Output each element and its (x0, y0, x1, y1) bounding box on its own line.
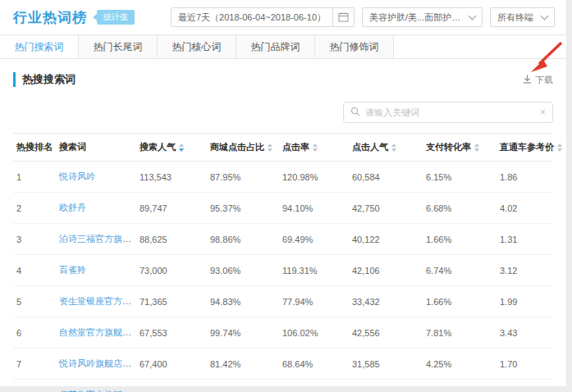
tab-hot-brand-words[interactable]: 热门品牌词 (236, 35, 315, 58)
rank-cell: 8 (13, 380, 56, 392)
mall-ratio-cell: 99.74% (207, 317, 279, 349)
keyword-link[interactable]: 悦诗风吟 (59, 171, 95, 181)
mall-ratio-cell: 97.99% (207, 380, 279, 392)
cvr-cell: 6.74% (423, 255, 496, 286)
sort-control[interactable] (557, 144, 562, 152)
category-dropdown[interactable]: 美容护肤/美...面部护理套装 (362, 7, 483, 27)
ctr-cell: 69.49% (279, 224, 349, 255)
table-row: 1 悦诗风吟 113,543 87.95% 120.98% 60,584 6.1… (13, 162, 553, 193)
page-header: 行业热词榜 统计值 最近7天（2018-06-04~2018-06-10） (0, 0, 566, 34)
keyword-cell: 佰草集官方旗舰店官网 (56, 380, 136, 392)
cvr-cell: 6.68% (423, 193, 496, 224)
rank-cell: 1 (13, 162, 56, 193)
cvr-cell: 6.15% (423, 162, 496, 193)
date-range-picker[interactable]: 最近7天（2018-06-04~2018-06-10） (171, 7, 355, 27)
section-header: 热搜搜索词 下载 (0, 59, 566, 87)
clear-icon[interactable]: × (540, 107, 546, 117)
ctr-cell: 106.02% (279, 317, 349, 349)
tab-hot-modifier-words[interactable]: 热门修饰词 (315, 35, 394, 58)
hot-words-table: 热搜排名 搜索词 搜索人气 商城点击占比 点击率 点击人气 支付转化率 直通车参… (13, 133, 553, 392)
sort-control[interactable] (313, 144, 318, 152)
ctr-cell: 77.94% (279, 286, 349, 317)
col-click-popularity[interactable]: 点击人气 (349, 134, 423, 162)
cvr-cell: 4.25% (423, 349, 496, 380)
calendar-button[interactable] (332, 7, 354, 27)
ztc-price-cell: 1.86 (496, 162, 553, 193)
col-ztc-ref-price[interactable]: 直通车参考价 (496, 134, 553, 162)
col-pay-conversion[interactable]: 支付转化率 (423, 134, 496, 162)
ctr-cell: 68.64% (279, 349, 349, 380)
cvr-cell: 1.66% (423, 224, 496, 255)
col-search-popularity[interactable]: 搜索人气 (136, 134, 207, 162)
download-button[interactable]: 下载 (523, 74, 553, 86)
click-pop-cell: 42,556 (349, 317, 423, 349)
keyword-link[interactable]: 百雀羚 (59, 265, 86, 275)
table-row: 3 泊诗三福官方旗舰店.. 88,625 98.86% 69.49% 40,12… (13, 224, 553, 255)
col-rank: 热搜排名 (13, 134, 56, 162)
search-pop-cell: 67,553 (136, 317, 207, 349)
rank-cell: 4 (13, 255, 56, 286)
sort-control[interactable] (474, 144, 479, 152)
rank-cell: 7 (13, 349, 56, 380)
tab-hot-longtail-words[interactable]: 热门长尾词 (79, 35, 158, 58)
search-pop-cell: 67,400 (136, 349, 207, 380)
keyword-link[interactable]: 资生堂银座官方旗舰店 (59, 296, 136, 306)
ztc-price-cell: 3.43 (496, 317, 553, 349)
keyword-cell: 悦诗风吟旗舰店中文网 (56, 349, 136, 380)
search-icon (350, 105, 360, 120)
cvr-cell: 7.81% (423, 317, 496, 349)
chevron-down-icon (541, 12, 549, 21)
col-mall-click-ratio[interactable]: 商城点击占比 (207, 134, 279, 162)
search-row: × (0, 87, 566, 133)
table-row: 2 欧舒丹 89,747 95.37% 94.10% 42,750 6.68% … (13, 193, 553, 224)
tab-hot-core-words[interactable]: 热门核心词 (158, 35, 236, 58)
keyword-cell: 资生堂银座官方旗舰店 (56, 286, 136, 317)
search-pop-cell: 88,625 (136, 224, 207, 255)
rank-cell: 3 (13, 224, 56, 255)
ztc-price-cell: 3.12 (496, 255, 553, 286)
ctr-cell: 120.98% (279, 162, 349, 193)
content-card: 行业热词榜 统计值 最近7天（2018-06-04~2018-06-10） (0, 0, 566, 386)
tab-hot-search-words[interactable]: 热门搜索词 (0, 35, 79, 58)
keyword-link[interactable]: 自然堂官方旗舰店官.. (59, 327, 136, 337)
terminal-dropdown[interactable]: 所有终端 (490, 7, 555, 27)
keyword-cell: 百雀羚 (56, 255, 136, 286)
table-row: 7 悦诗风吟旗舰店中文网 67,400 81.42% 68.64% 31,585… (13, 349, 553, 380)
keyword-link[interactable]: 泊诗三福官方旗舰店.. (59, 234, 136, 244)
ztc-price-cell: 1.70 (496, 349, 553, 380)
click-pop-cell: 42,750 (349, 193, 423, 224)
date-range-label: 最近7天（2018-06-04~2018-06-10） (172, 11, 332, 24)
mall-ratio-cell: 81.42% (207, 349, 279, 380)
rank-cell: 6 (13, 317, 56, 349)
table-row: 5 资生堂银座官方旗舰店 71,365 94.83% 77.94% 33,432… (13, 286, 553, 317)
ztc-price-cell: 2.98 (496, 380, 553, 392)
calendar-icon (338, 11, 349, 24)
mall-ratio-cell: 95.37% (207, 193, 279, 224)
rank-cell: 2 (13, 193, 56, 224)
keyword-cell: 欧舒丹 (56, 193, 136, 224)
cvr-cell: 7.17% (423, 380, 496, 392)
sort-control[interactable] (179, 144, 184, 152)
sort-control[interactable] (391, 144, 396, 152)
download-label: 下载 (535, 74, 553, 86)
keyword-link[interactable]: 悦诗风吟旗舰店中文网 (59, 358, 136, 368)
search-pop-cell: 67,036 (136, 380, 207, 392)
keyword-link[interactable]: 欧舒丹 (59, 203, 86, 212)
ctr-cell: 104.78% (279, 380, 349, 392)
table-row: 4 百雀羚 73,000 93.06% 119.31% 42,106 6.74%… (13, 255, 553, 286)
chevron-down-icon (469, 12, 477, 21)
sort-control[interactable] (268, 144, 272, 152)
page-title: 行业热词榜 (13, 8, 87, 27)
click-pop-cell: 60,584 (349, 162, 423, 193)
table-row: 6 自然堂官方旗舰店官.. 67,553 99.74% 106.02% 42,5… (13, 317, 553, 349)
section-title: 热搜搜索词 (13, 72, 76, 87)
search-input[interactable] (365, 107, 535, 117)
col-click-rate[interactable]: 点击率 (279, 134, 349, 162)
table-body: 1 悦诗风吟 113,543 87.95% 120.98% 60,584 6.1… (13, 162, 553, 392)
mall-ratio-cell: 94.83% (207, 286, 279, 317)
keyword-cell: 悦诗风吟 (56, 162, 136, 193)
mall-ratio-cell: 98.86% (207, 224, 279, 255)
search-pop-cell: 71,365 (136, 286, 207, 317)
ctr-cell: 119.31% (279, 255, 349, 286)
click-pop-cell: 33,432 (349, 286, 423, 317)
